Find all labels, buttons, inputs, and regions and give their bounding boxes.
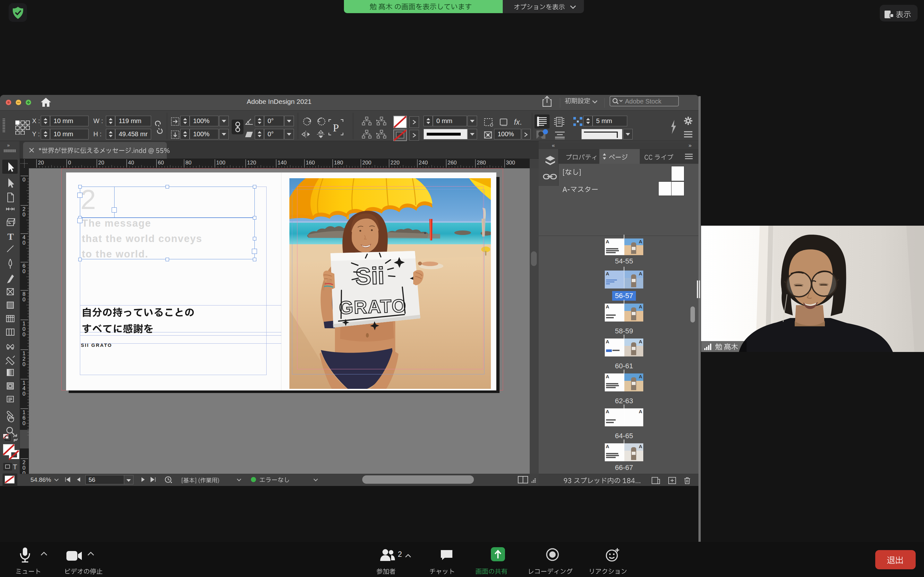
svg-text:300: 300 — [506, 160, 515, 166]
svg-text:0: 0 — [23, 177, 25, 183]
svg-text:0: 0 — [23, 240, 25, 246]
svg-text:180: 180 — [334, 160, 343, 166]
svg-text:240: 240 — [419, 160, 428, 166]
svg-text:140: 140 — [278, 160, 286, 166]
svg-text:0: 0 — [23, 391, 25, 397]
svg-text:60: 60 — [158, 160, 164, 166]
svg-text:T: T — [7, 231, 14, 242]
svg-text:20: 20 — [38, 160, 44, 166]
svg-text:0: 0 — [23, 268, 25, 274]
svg-text:0: 0 — [23, 211, 25, 218]
svg-text:200: 200 — [362, 160, 371, 166]
svg-text:P: P — [333, 122, 339, 134]
svg-text:160: 160 — [306, 160, 315, 166]
svg-text:0: 0 — [23, 297, 25, 303]
svg-text:0: 0 — [68, 160, 71, 166]
svg-text:220: 220 — [391, 160, 399, 166]
svg-text:280: 280 — [477, 160, 486, 166]
svg-text:40: 40 — [128, 160, 134, 166]
svg-text:0: 0 — [23, 420, 25, 426]
svg-text:120: 120 — [247, 160, 256, 166]
svg-text:100: 100 — [216, 160, 225, 166]
svg-text:0: 0 — [23, 332, 25, 338]
svg-text:80: 80 — [186, 160, 192, 166]
svg-text:260: 260 — [447, 160, 457, 166]
svg-text:0: 0 — [23, 361, 25, 367]
svg-text:20: 20 — [98, 160, 104, 166]
